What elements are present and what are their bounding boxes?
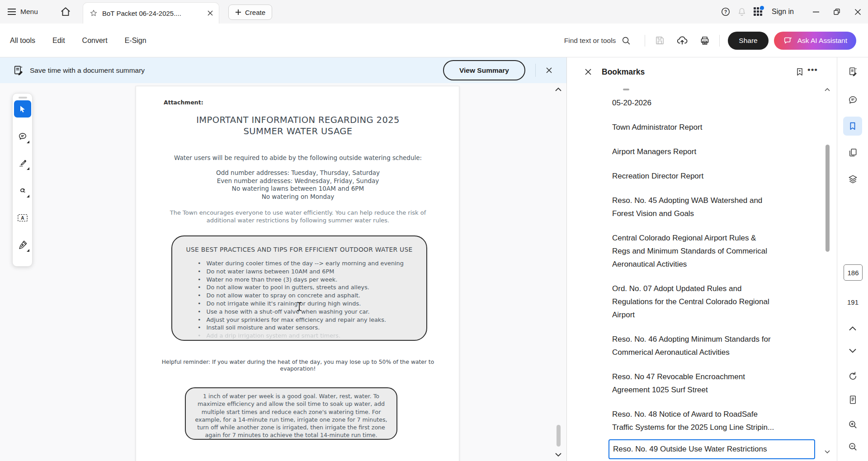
tab-convert[interactable]: Convert: [82, 37, 108, 45]
toolbar-drag-handle[interactable]: [19, 97, 27, 99]
draw-tool-button[interactable]: [14, 182, 31, 199]
plus-icon: [235, 9, 241, 15]
right-tool-rail: 186 191: [837, 57, 868, 461]
schedule-line: Even number addresses: Wednesday, Friday…: [136, 177, 460, 185]
notifications-bell-icon[interactable]: [734, 4, 750, 20]
bookmark-item[interactable]: Reso. No. 48 Notice of Award to RoadSafe…: [567, 402, 837, 439]
banner-message: Save time with a document summary: [30, 66, 145, 75]
print-icon[interactable]: [697, 33, 713, 49]
star-icon[interactable]: [90, 9, 98, 17]
bookmark-item[interactable]: Ord. No. 07 Adopt Updated Rules andRegul…: [567, 276, 837, 327]
document-title: IMPORTANT INFORMATION REGARDING 2025SUMM…: [136, 114, 460, 137]
find-tools-button[interactable]: Find text or tools: [564, 36, 632, 46]
bookmarks-header: Bookmarks •••: [567, 57, 837, 86]
select-tool-button[interactable]: [14, 100, 31, 118]
doc-summary-icon: [13, 65, 24, 76]
bookmark-item[interactable]: Airport Managers Report: [567, 139, 837, 164]
helpful-reminder: Helpful reminder: If you water during th…: [136, 359, 460, 372]
watering-goal-box: 1 inch of water per week is a good goal.…: [185, 387, 397, 440]
restore-button[interactable]: [826, 0, 847, 24]
add-bookmark-icon[interactable]: [792, 64, 807, 80]
tip-bullet: Do not allow water to spray on concrete …: [198, 292, 419, 300]
bookmark-line: 05-20-2026: [612, 96, 799, 109]
pen-nib-icon: [18, 240, 28, 250]
goal-line: example, for a 14-minute run time, irrig…: [186, 416, 396, 423]
ai-summary-rail-button[interactable]: [843, 62, 862, 81]
textbox-icon: A: [17, 213, 28, 223]
zoom-in-button[interactable]: [843, 415, 862, 434]
bookmark-item[interactable]: Town Administrator Report: [567, 115, 837, 139]
title-bar: Menu BoT Packet 06-24-2025.... Create ?: [0, 0, 868, 24]
scroll-down-arrow[interactable]: [554, 452, 562, 457]
view-summary-button[interactable]: View Summary: [443, 60, 525, 80]
ask-ai-label: Ask AI Assistant: [797, 37, 847, 45]
create-button[interactable]: Create: [228, 5, 272, 20]
bookmark-item[interactable]: Reso. No 47 Revocable EncroachmentAgreem…: [567, 364, 837, 402]
page-thumbnails-rail-button[interactable]: [843, 143, 862, 162]
panel-scrollbar-thumb[interactable]: [826, 145, 830, 252]
bookmark-line: Commerical Aeronautical Activities: [612, 346, 799, 359]
banner-close-icon[interactable]: [542, 64, 555, 76]
tab-all-tools[interactable]: All tools: [10, 37, 35, 45]
lasso-icon: [18, 186, 28, 196]
highlight-tool-button[interactable]: [14, 155, 31, 172]
bookmark-item[interactable]: Central Colorado Regional Airport Rules …: [567, 226, 837, 276]
cursor-arrow-icon: [18, 104, 27, 113]
comments-rail-button[interactable]: [843, 90, 862, 109]
current-page-input[interactable]: 186: [844, 264, 863, 281]
app-grid-icon[interactable]: [750, 4, 766, 20]
bookmark-item-selected[interactable]: Reso. No. 49 Outside Use Water Restricti…: [609, 439, 815, 459]
schedule-line: No watering on Monday: [136, 193, 460, 201]
bookmark-line: Reso. No 47 Revocable Encroachment: [612, 370, 799, 383]
tip-bullet: Water no more than three (3) days per we…: [198, 276, 419, 284]
document-tab[interactable]: BoT Packet 06-24-2025....: [83, 2, 219, 24]
tips-heading: USE BEST PRACTICES AND TIPS FOR EFFICIEN…: [172, 246, 426, 253]
total-pages-label: 191: [837, 298, 868, 306]
scroll-up-arrow[interactable]: [554, 87, 562, 92]
hamburger-icon: [7, 8, 16, 15]
sign-tool-button[interactable]: [14, 236, 31, 254]
acrobat-window: Menu BoT Packet 06-24-2025.... Create ?: [0, 0, 868, 461]
tip-bullet: Water during cooler times of the day -->…: [198, 259, 419, 268]
goal-line: 1 inch of water per week is a good goal.…: [186, 392, 396, 400]
menu-label: Menu: [20, 8, 38, 16]
help-button[interactable]: ?: [717, 4, 734, 20]
document-scrollbar-thumb[interactable]: [557, 425, 561, 447]
panel-scroll-down-arrow[interactable]: [824, 450, 831, 454]
bookmark-item[interactable]: 05-20-2026: [567, 90, 837, 115]
tip-bullet: Use a hose with a shut-off valve when wa…: [198, 308, 419, 316]
bookmark-item[interactable]: Recreation Director Report: [567, 164, 837, 188]
panel-close-icon[interactable]: [581, 65, 595, 79]
toolbar-nav: All tools Edit Convert E-Sign: [10, 24, 146, 57]
page-display-button[interactable]: [843, 390, 862, 409]
home-button[interactable]: [60, 6, 71, 18]
divider: [719, 35, 720, 47]
svg-text:?: ?: [724, 9, 727, 14]
tip-bullet: Do not irrigate while it's raining or du…: [198, 300, 419, 308]
tip-bullet: Adjust your sprinklers for max efficienc…: [198, 316, 419, 324]
menu-button[interactable]: Menu: [7, 5, 38, 19]
minimize-button[interactable]: [806, 0, 826, 24]
more-options-icon[interactable]: •••: [807, 65, 818, 79]
highlighter-icon: [18, 158, 28, 168]
share-button[interactable]: Share: [728, 32, 768, 50]
layers-rail-button[interactable]: [843, 169, 862, 188]
tab-edit[interactable]: Edit: [52, 37, 65, 45]
close-window-button[interactable]: [847, 0, 868, 24]
tab-close-icon[interactable]: [207, 10, 213, 16]
zoom-out-button[interactable]: [843, 437, 862, 456]
comment-tool-button[interactable]: [14, 128, 31, 145]
previous-page-button[interactable]: [843, 319, 862, 338]
ask-ai-button[interactable]: Ask AI Assistant: [774, 32, 856, 50]
divider: [535, 64, 536, 77]
panel-scroll-up-arrow[interactable]: [824, 87, 831, 92]
sign-in-button[interactable]: Sign in: [772, 8, 794, 16]
rotate-page-button[interactable]: [843, 367, 862, 386]
bookmark-item[interactable]: Reso. No. 46 Adopting Minimum Standards …: [567, 327, 837, 364]
next-page-button[interactable]: [843, 341, 862, 360]
add-text-tool-button[interactable]: A: [14, 209, 31, 226]
bookmark-item[interactable]: Reso. No. 45 Adopting WAB Watershed andF…: [567, 188, 837, 226]
upload-cloud-icon[interactable]: [674, 33, 690, 49]
bookmarks-rail-button[interactable]: [843, 117, 862, 136]
tab-esign[interactable]: E-Sign: [125, 37, 146, 45]
